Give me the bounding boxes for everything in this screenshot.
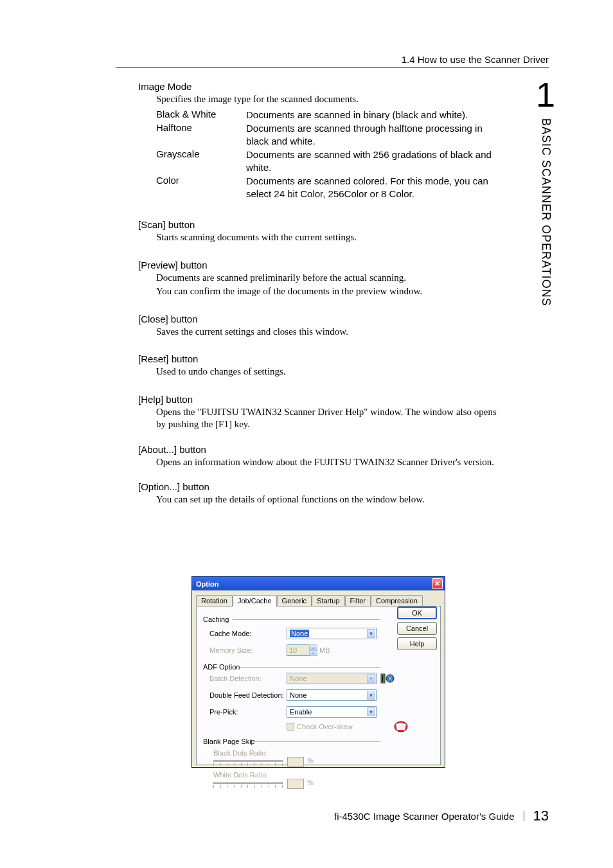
reset-desc: Used to undo changes of settings. bbox=[156, 366, 498, 378]
preview-desc1: Documents are scanned preliminarily befo… bbox=[156, 272, 498, 285]
option-desc: You can set up the details of optional f… bbox=[156, 493, 498, 506]
pre-pick-row: Pre-Pick: Enable ▼ bbox=[209, 705, 434, 718]
dialog-buttons: OK Cancel Help bbox=[397, 607, 437, 650]
spinner-buttons: ▲ ▼ bbox=[309, 644, 317, 656]
close-desc: Saves the current settings and closes th… bbox=[156, 326, 498, 339]
mode-label: Grayscale bbox=[156, 148, 246, 173]
group-divider bbox=[240, 667, 380, 668]
mode-row: Halftone Documents are scanned through h… bbox=[156, 122, 498, 147]
group-divider bbox=[253, 741, 380, 743]
black-dots-row: Black Dots Ratio: % bbox=[213, 749, 434, 768]
footer-divider bbox=[524, 811, 524, 821]
caching-label: Caching bbox=[203, 616, 229, 623]
tab-startup[interactable]: Startup bbox=[312, 595, 344, 607]
mode-row: Grayscale Documents are scanned with 256… bbox=[156, 148, 498, 173]
dialog-titlebar[interactable]: Option ✕ bbox=[192, 577, 445, 590]
batch-detection-select: None ▼ bbox=[287, 673, 377, 684]
close-icon[interactable]: ✕ bbox=[432, 578, 443, 589]
image-mode-table: Black & White Documents are scanned in b… bbox=[156, 109, 498, 200]
help-heading: [Help] button bbox=[138, 394, 498, 405]
scan-heading: [Scan] button bbox=[138, 219, 498, 230]
white-dots-label: White Dots Ratio: bbox=[213, 771, 434, 779]
tab-generic[interactable]: Generic bbox=[277, 595, 312, 607]
tab-filter[interactable]: Filter bbox=[345, 595, 371, 607]
memory-unit: MB bbox=[319, 646, 330, 654]
spin-down-icon[interactable]: ▼ bbox=[309, 650, 317, 656]
cache-mode-select[interactable]: None ▼ bbox=[287, 628, 377, 639]
chevron-down-icon[interactable]: ▼ bbox=[367, 707, 375, 716]
overskew-icon bbox=[394, 721, 408, 732]
double-feed-value: None bbox=[290, 691, 306, 699]
pre-pick-select[interactable]: Enable ▼ bbox=[287, 706, 377, 718]
tab-rotation[interactable]: Rotation bbox=[196, 595, 233, 607]
mode-label: Halftone bbox=[156, 122, 246, 147]
mode-row: Black & White Documents are scanned in b… bbox=[156, 109, 498, 121]
page-footer: fi-4530C Image Scanner Operator's Guide … bbox=[0, 808, 549, 824]
batch-detection-value: None bbox=[290, 675, 306, 682]
pre-pick-label: Pre-Pick: bbox=[209, 708, 287, 716]
tab-compression[interactable]: Compression bbox=[371, 595, 423, 607]
help-button[interactable]: Help bbox=[397, 637, 437, 650]
slider-track bbox=[213, 782, 283, 784]
adf-option-label: ADF Option bbox=[203, 663, 240, 671]
slider-track bbox=[213, 760, 283, 762]
close-heading: [Close] button bbox=[138, 314, 498, 324]
cache-mode-label: Cache Mode: bbox=[209, 630, 287, 637]
page-number: 13 bbox=[533, 808, 549, 824]
mode-desc: Documents are scanned colored. For this … bbox=[246, 175, 498, 200]
black-dots-label: Black Dots Ratio: bbox=[213, 749, 434, 757]
double-feed-row: Double Feed Detection: None ▼ bbox=[209, 689, 434, 702]
preview-desc2: You can confirm the image of the documen… bbox=[156, 285, 498, 298]
batch-detection-label: Batch Detection: bbox=[209, 675, 287, 682]
mode-label: Black & White bbox=[156, 109, 246, 121]
image-mode-desc: Specifies the image type for the scanned… bbox=[156, 93, 498, 106]
image-mode-heading: Image Mode bbox=[138, 81, 498, 92]
check-overskew-label: Check Over-skew bbox=[297, 723, 353, 731]
blank-page-skip-group: Blank Page Skip Black Dots Ratio: % Whit… bbox=[203, 735, 434, 790]
percent-label: % bbox=[307, 779, 314, 786]
cancel-button[interactable]: Cancel bbox=[397, 622, 437, 635]
scan-desc: Starts scanning documents with the curre… bbox=[156, 231, 498, 244]
mode-desc: Documents are scanned through halftone p… bbox=[246, 122, 498, 147]
memory-size-spinner: 10 bbox=[287, 644, 310, 656]
option-dialog: Option ✕ Rotation Job/Cache Generic Star… bbox=[191, 576, 445, 768]
chevron-down-icon[interactable]: ▼ bbox=[367, 629, 375, 638]
pre-pick-value: Enable bbox=[290, 708, 312, 716]
slider-ticks bbox=[213, 785, 283, 788]
mode-label: Color bbox=[156, 175, 246, 200]
ok-button[interactable]: OK bbox=[397, 607, 437, 619]
blank-page-skip-label: Blank Page Skip bbox=[203, 738, 255, 745]
white-dots-value bbox=[287, 779, 304, 789]
double-feed-select[interactable]: None ▼ bbox=[287, 689, 377, 701]
help-desc: Opens the "FUJITSU TWAIN32 Scanner Drive… bbox=[156, 406, 498, 431]
white-dots-slider bbox=[213, 780, 283, 789]
reset-heading: [Reset] button bbox=[138, 353, 498, 364]
tab-job-cache[interactable]: Job/Cache bbox=[233, 595, 277, 607]
white-dots-row: White Dots Ratio: % bbox=[213, 771, 434, 790]
memory-size-label: Memory Size: bbox=[209, 646, 287, 654]
chevron-down-icon[interactable]: ▼ bbox=[367, 691, 375, 700]
section-title: 1.4 How to use the Scanner Driver bbox=[116, 54, 549, 65]
chevron-down-icon: ▼ bbox=[367, 674, 375, 683]
check-overskew-checkbox bbox=[287, 723, 294, 731]
about-heading: [About...] button bbox=[138, 444, 498, 455]
group-divider bbox=[233, 619, 380, 621]
check-overskew-row: Check Over-skew bbox=[287, 721, 434, 732]
patch-code-icon bbox=[380, 673, 395, 684]
mode-desc: Documents are scanned in binary (black a… bbox=[246, 109, 468, 121]
svg-rect-1 bbox=[382, 675, 383, 682]
mode-desc: Documents are scanned with 256 gradation… bbox=[246, 148, 498, 173]
chapter-label: BASIC SCANNER OPERATIONS bbox=[539, 118, 553, 306]
preview-heading: [Preview] button bbox=[138, 260, 498, 270]
dialog-title: Option bbox=[196, 580, 218, 588]
percent-label: % bbox=[307, 757, 314, 765]
svg-rect-2 bbox=[384, 675, 384, 682]
about-desc: Opens an information window about the FU… bbox=[156, 456, 498, 469]
slider-ticks bbox=[213, 763, 283, 766]
chapter-tab: 1 BASIC SCANNER OPERATIONS bbox=[531, 77, 560, 306]
page-content: Image Mode Specifies the image type for … bbox=[138, 77, 498, 506]
black-dots-slider bbox=[213, 758, 283, 767]
adf-option-group: ADF Option Batch Detection: None ▼ Doubl… bbox=[203, 660, 434, 732]
spin-up-icon[interactable]: ▲ bbox=[309, 644, 317, 650]
batch-detection-row: Batch Detection: None ▼ bbox=[209, 672, 434, 685]
